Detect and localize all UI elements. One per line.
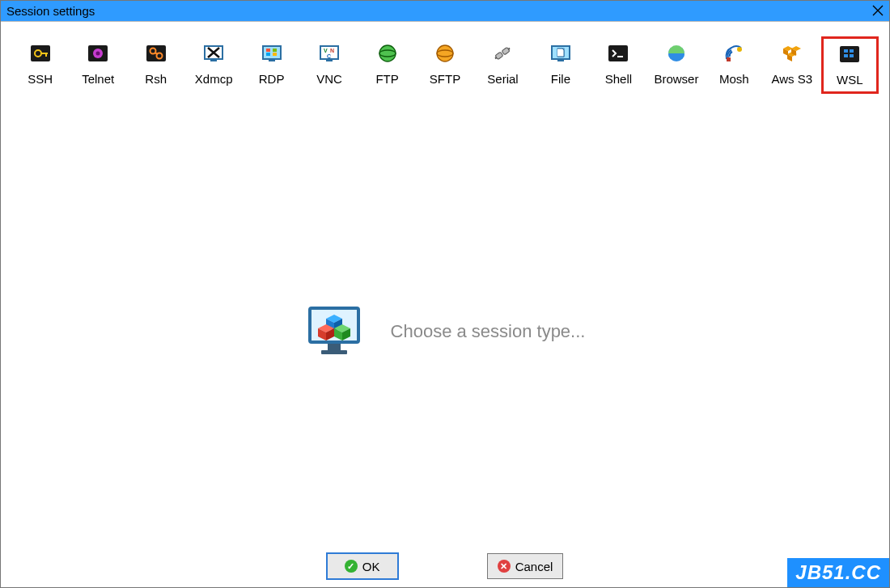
session-type-label: RDP [259,72,285,86]
close-icon[interactable] [871,3,885,18]
session-type-label: Rsh [145,72,167,86]
cross-icon: ✕ [498,560,511,573]
svg-line-30 [495,57,497,58]
browser-icon [663,43,690,64]
svg-rect-47 [844,49,848,53]
aws-s3-icon [778,43,806,64]
session-type-label: VNC [316,72,342,86]
session-type-telnet[interactable]: Telnet [69,36,126,92]
watermark: JB51.CC [787,558,889,587]
svg-text:C: C [327,53,331,59]
dialog-footer: ✓ OK ✕ Cancel [1,553,889,579]
svg-rect-3 [45,53,47,57]
svg-rect-17 [266,53,270,56]
svg-rect-14 [269,59,275,61]
center-prompt: Choose a session type... [1,305,889,358]
session-type-rdp[interactable]: RDP [243,36,300,92]
cancel-button-label: Cancel [515,560,553,573]
window-title: Session settings [6,4,95,18]
session-type-label: Aws S3 [772,72,813,86]
titlebar: Session settings [0,0,890,21]
rsh-icon [142,43,170,64]
shell-icon [604,43,632,64]
session-type-label: SSH [28,72,53,86]
svg-rect-48 [850,49,854,53]
session-type-label: Shell [605,72,632,86]
svg-rect-13 [263,46,281,59]
session-type-label: SFTP [430,72,460,86]
session-type-row: SSHTelnetRshXdmcpRDPVNCVNCFTPSFTPSerialF… [11,22,879,94]
monitor-cubes-icon [305,305,363,358]
session-type-label: FTP [375,72,398,86]
prompt-text: Choose a session type... [391,321,586,342]
wsl-icon [836,44,863,65]
svg-rect-53 [321,350,347,354]
session-type-label: Telnet [82,72,114,86]
svg-rect-18 [273,53,277,56]
cancel-button[interactable]: ✕ Cancel [487,553,564,579]
session-type-label: Serial [487,72,518,86]
session-type-label: WSL [837,73,863,87]
svg-point-38 [737,47,742,52]
session-type-awss3[interactable]: Aws S3 [763,36,820,92]
svg-rect-33 [557,59,564,61]
client-area: SSHTelnetRshXdmcpRDPVNCVNCFTPSFTPSerialF… [1,21,889,587]
svg-rect-50 [850,54,854,57]
session-type-sftp[interactable]: SFTP [416,36,473,92]
session-type-vnc[interactable]: VNCVNC [300,36,358,92]
vnc-icon: VNC [316,43,343,64]
rdp-icon [258,43,286,64]
ftp-icon [374,43,401,64]
session-type-wsl[interactable]: WSL [821,36,879,94]
svg-rect-49 [844,54,848,57]
serial-icon [489,43,516,64]
svg-rect-12 [210,59,217,61]
session-type-browser[interactable]: Browser [647,36,705,92]
session-type-label: File [551,72,570,86]
xdmcp-icon [200,43,227,64]
session-type-label: Mosh [719,72,749,86]
svg-rect-35 [608,45,628,61]
svg-point-6 [96,52,100,56]
svg-text:N: N [330,48,334,53]
check-icon: ✓ [345,560,358,573]
session-type-file[interactable]: File [532,36,589,92]
session-type-shell[interactable]: Shell [590,36,647,92]
session-type-label: Xdmcp [195,72,233,86]
session-type-label: Browser [654,72,698,86]
svg-rect-52 [328,344,341,350]
key-icon [27,43,54,64]
svg-text:V: V [324,48,328,53]
session-type-rsh[interactable]: Rsh [127,36,184,92]
session-type-xdmcp[interactable]: Xdmcp [184,36,242,92]
svg-rect-15 [266,49,270,52]
sftp-icon [431,43,459,64]
svg-rect-39 [727,57,731,61]
ok-button-label: OK [362,560,380,573]
session-type-mosh[interactable]: Mosh [706,36,763,92]
svg-rect-16 [273,49,277,52]
svg-rect-20 [326,59,333,61]
session-type-serial[interactable]: Serial [474,36,532,92]
svg-line-31 [509,49,511,49]
file-icon [547,43,574,64]
mosh-icon [720,43,748,64]
session-type-ftp[interactable]: FTP [358,36,416,92]
session-type-ssh[interactable]: SSH [11,36,69,92]
ok-button[interactable]: ✓ OK [327,553,398,579]
telnet-icon [84,43,112,64]
